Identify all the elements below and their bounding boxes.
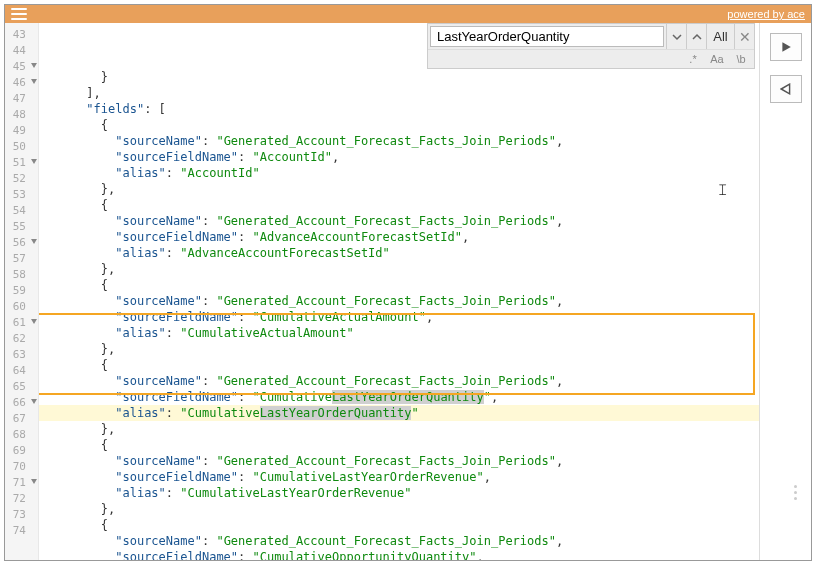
gutter-line[interactable]: 54 [5, 203, 38, 219]
code-line[interactable]: "alias": "CumulativeLastYearOrderRevenue… [39, 485, 759, 501]
gutter-line[interactable]: 64 [5, 363, 38, 379]
code-line[interactable]: } [39, 69, 759, 85]
gutter-line[interactable]: 50 [5, 139, 38, 155]
topbar: powered by ace [5, 5, 811, 23]
code-line[interactable]: "sourceName": "Generated_Account_Forecas… [39, 533, 759, 549]
search-panel: All ✕ .* Aa \b [427, 23, 755, 69]
code-line[interactable]: "sourceName": "Generated_Account_Forecas… [39, 133, 759, 149]
search-match: LastYearOrderQuantity [260, 406, 412, 420]
search-next-button[interactable] [666, 24, 686, 49]
code-line[interactable]: }, [39, 421, 759, 437]
gutter-line[interactable]: 61 [5, 315, 38, 331]
code-line[interactable]: "alias": "AdvanceAccountForecastSetId" [39, 245, 759, 261]
gutter-line[interactable]: 56 [5, 235, 38, 251]
code-line[interactable]: "sourceName": "Generated_Account_Forecas… [39, 293, 759, 309]
gutter-line[interactable]: 68 [5, 427, 38, 443]
gutter-line[interactable]: 67 [5, 411, 38, 427]
gutter-line[interactable]: 73 [5, 507, 38, 523]
code-line[interactable]: "alias": "CumulativeLastYearOrderQuantit… [39, 405, 759, 421]
code-line[interactable]: "sourceFieldName": "AccountId", [39, 149, 759, 165]
gutter-line[interactable]: 72 [5, 491, 38, 507]
gutter-line[interactable]: 49 [5, 123, 38, 139]
code-line[interactable]: "sourceName": "Generated_Account_Forecas… [39, 213, 759, 229]
code-line[interactable]: "sourceName": "Generated_Account_Forecas… [39, 453, 759, 469]
code-line[interactable]: }, [39, 501, 759, 517]
code-line[interactable]: { [39, 517, 759, 533]
gutter-line[interactable]: 74 [5, 523, 38, 539]
gutter-line[interactable]: 63 [5, 347, 38, 363]
search-match: LastYearOrderQuantity [332, 390, 484, 404]
code-line[interactable]: "sourceFieldName": "CumulativeOpportunit… [39, 549, 759, 560]
search-close-button[interactable]: ✕ [734, 24, 754, 49]
search-regex-toggle[interactable]: .* [684, 53, 702, 65]
gutter-line[interactable]: 59 [5, 283, 38, 299]
code-line[interactable]: "sourceFieldName": "CumulativeLastYearOr… [39, 389, 759, 405]
gutter-line[interactable]: 48 [5, 107, 38, 123]
gutter-line[interactable]: 71 [5, 475, 38, 491]
more-dots-icon[interactable] [794, 485, 797, 500]
fold-icon[interactable] [31, 319, 37, 324]
code-line[interactable]: { [39, 357, 759, 373]
gutter-line[interactable]: 43 [5, 27, 38, 43]
fold-icon[interactable] [31, 239, 37, 244]
run-button[interactable] [770, 33, 802, 61]
code-area[interactable]: } ], "fields": [ { "sourceName": "Genera… [39, 23, 759, 560]
gutter-line[interactable]: 60 [5, 299, 38, 315]
code-line[interactable]: { [39, 197, 759, 213]
code-line[interactable]: "alias": "AccountId" [39, 165, 759, 181]
gutter-line[interactable]: 52 [5, 171, 38, 187]
app-frame: powered by ace 4344454647484950515253545… [4, 4, 812, 561]
code-line[interactable]: ], [39, 85, 759, 101]
editor-pane[interactable]: 4344454647484950515253545556575859606162… [5, 23, 759, 560]
line-gutter[interactable]: 4344454647484950515253545556575859606162… [5, 23, 39, 560]
fold-icon[interactable] [31, 79, 37, 84]
code-line[interactable]: { [39, 437, 759, 453]
search-input[interactable] [430, 26, 664, 47]
code-line[interactable]: "sourceFieldName": "AdvanceAccountForeca… [39, 229, 759, 245]
code-line[interactable]: { [39, 277, 759, 293]
code-line[interactable]: }, [39, 181, 759, 197]
code-line[interactable]: "sourceFieldName": "CumulativeActualAmou… [39, 309, 759, 325]
gutter-line[interactable]: 66 [5, 395, 38, 411]
gutter-line[interactable]: 69 [5, 443, 38, 459]
back-button[interactable] [770, 75, 802, 103]
code-line[interactable]: "sourceFieldName": "CumulativeLastYearOr… [39, 469, 759, 485]
code-line[interactable]: { [39, 117, 759, 133]
gutter-line[interactable]: 46 [5, 75, 38, 91]
menu-icon[interactable] [11, 8, 27, 20]
search-prev-button[interactable] [686, 24, 706, 49]
code-line[interactable]: "sourceName": "Generated_Account_Forecas… [39, 373, 759, 389]
powered-by-link[interactable]: powered by ace [727, 8, 805, 20]
gutter-line[interactable]: 65 [5, 379, 38, 395]
code-line[interactable]: "alias": "CumulativeActualAmount" [39, 325, 759, 341]
code-line[interactable]: }, [39, 261, 759, 277]
code-line[interactable]: }, [39, 341, 759, 357]
main-body: 4344454647484950515253545556575859606162… [5, 23, 811, 560]
fold-icon[interactable] [31, 479, 37, 484]
gutter-line[interactable]: 70 [5, 459, 38, 475]
fold-icon[interactable] [31, 159, 37, 164]
gutter-line[interactable]: 51 [5, 155, 38, 171]
search-wholeword-toggle[interactable]: \b [732, 53, 750, 65]
search-all-button[interactable]: All [706, 24, 734, 49]
gutter-line[interactable]: 44 [5, 43, 38, 59]
gutter-line[interactable]: 47 [5, 91, 38, 107]
code-line[interactable]: "fields": [ [39, 101, 759, 117]
fold-icon[interactable] [31, 63, 37, 68]
gutter-line[interactable]: 62 [5, 331, 38, 347]
fold-icon[interactable] [31, 399, 37, 404]
gutter-line[interactable]: 57 [5, 251, 38, 267]
gutter-line[interactable]: 53 [5, 187, 38, 203]
right-rail [759, 23, 811, 560]
search-case-toggle[interactable]: Aa [708, 53, 726, 65]
gutter-line[interactable]: 58 [5, 267, 38, 283]
gutter-line[interactable]: 55 [5, 219, 38, 235]
gutter-line[interactable]: 45 [5, 59, 38, 75]
